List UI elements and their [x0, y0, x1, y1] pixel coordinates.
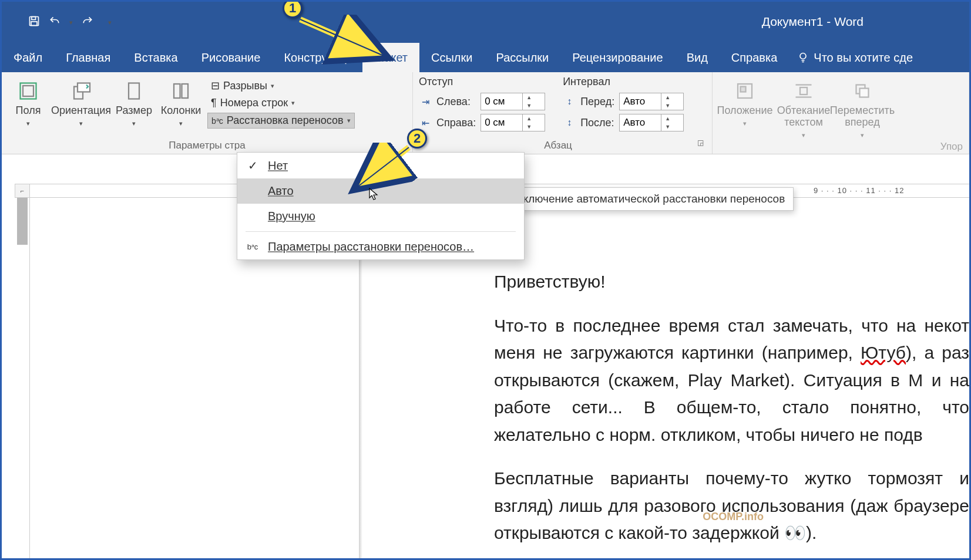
quick-access-toolbar: ▾ ▾ — [2, 15, 112, 30]
breaks-label: Разрывы — [223, 80, 267, 92]
tab-home[interactable]: Главная — [54, 43, 122, 72]
spacing-after-label: После: — [580, 117, 614, 129]
line-numbers-icon: ¶ — [211, 97, 217, 109]
indent-right-field[interactable] — [481, 117, 522, 129]
tab-mailings[interactable]: Рассылки — [484, 43, 560, 72]
indent-right-input[interactable]: ▲▼ — [481, 114, 545, 131]
bring-forward-button[interactable]: Переместить вперед▾ — [836, 76, 889, 140]
save-icon[interactable] — [28, 15, 40, 30]
tell-me-search[interactable]: Что вы хотите сде — [789, 43, 921, 72]
orientation-button[interactable]: Ориентация▾ — [55, 76, 107, 129]
wrap-text-button[interactable]: Обтекание текстом▾ — [777, 76, 830, 140]
svg-line-21 — [358, 147, 409, 187]
paragraph-launcher-icon[interactable]: ◲ — [697, 139, 706, 151]
document-paragraph[interactable]: Что-то в последнее время стал замечать, … — [494, 312, 969, 449]
hyphenation-button[interactable]: bᵃc Расстановка переносов ▾ — [207, 113, 355, 129]
tab-insert[interactable]: Вставка — [122, 43, 189, 72]
spacing-header: Интервал — [563, 76, 684, 90]
tab-references[interactable]: Ссылки — [419, 43, 484, 72]
orientation-label: Ориентация — [51, 104, 111, 116]
group-page-setup: Поля▾ Ориентация▾ Размер▾ Колонки▾ ⊟ Раз… — [2, 72, 413, 154]
line-numbers-label: Номера строк — [220, 97, 288, 109]
undo-dropdown-icon[interactable]: ▾ — [69, 19, 73, 26]
dropdown-separator — [246, 231, 516, 232]
spacing-before-label: Перед: — [580, 96, 614, 108]
indent-left-field[interactable] — [481, 96, 522, 107]
undo-icon[interactable] — [48, 15, 61, 30]
size-label: Размер — [116, 104, 152, 116]
indent-right-label: Справа: — [436, 117, 476, 129]
annotation-callout-2: 2 — [407, 129, 427, 149]
qat-customize-icon[interactable]: ▾ — [108, 19, 112, 26]
spin-up-icon[interactable]: ▲ — [523, 114, 535, 123]
dropdown-label: Параметры расстановки переносов… — [268, 240, 474, 254]
columns-button[interactable]: Колонки▾ — [160, 76, 201, 129]
ribbon: Поля▾ Ориентация▾ Размер▾ Колонки▾ ⊟ Раз… — [2, 72, 969, 154]
line-numbers-button[interactable]: ¶ Номера строк ▾ — [207, 96, 355, 110]
svg-rect-2 — [31, 21, 37, 25]
svg-line-19 — [300, 19, 384, 56]
indent-left-input[interactable]: ▲▼ — [481, 93, 545, 110]
spacing-after-input[interactable]: ▲▼ — [619, 114, 684, 131]
spell-error[interactable]: Ютуб — [861, 343, 906, 362]
spacing-before-input[interactable]: ▲▼ — [619, 93, 684, 110]
dropdown-item-options[interactable]: bᵃc Параметры расстановки переносов… — [237, 234, 524, 259]
bring-forward-label: Переместить вперед — [830, 104, 895, 128]
spin-up-icon[interactable]: ▲ — [661, 114, 674, 123]
document-paragraph[interactable]: Приветствую! — [494, 268, 969, 296]
spin-down-icon[interactable]: ▼ — [661, 102, 674, 110]
indent-left-label: Слева: — [436, 96, 476, 108]
margins-button[interactable]: Поля▾ — [8, 76, 49, 129]
breaks-button[interactable]: ⊟ Разрывы ▾ — [207, 78, 355, 93]
tab-review[interactable]: Рецензирование — [560, 43, 674, 72]
svg-rect-10 — [182, 84, 189, 98]
spacing-after-icon: ↕ — [563, 117, 576, 128]
indent-left-icon: ⇥ — [419, 96, 432, 107]
svg-rect-17 — [860, 89, 869, 97]
ribbon-tabs: Файл Главная Вставка Рисование Конструкт… — [2, 43, 969, 72]
bring-forward-icon — [851, 79, 874, 103]
group-arrange: Положение▾ Обтекание текстом▾ Переместит… — [713, 72, 969, 154]
ruler-corner: ⌐ — [15, 184, 30, 198]
columns-icon — [169, 79, 193, 103]
spin-down-icon[interactable]: ▼ — [661, 123, 674, 131]
wrap-text-icon — [792, 79, 815, 103]
document-title: Документ1 - Word — [762, 15, 864, 29]
tab-view[interactable]: Вид — [675, 43, 720, 72]
tab-file[interactable]: Файл — [2, 43, 54, 72]
group-paragraph: Отступ ⇥ Слева: ▲▼ ⇤ Справа: ▲▼ Интервал… — [413, 72, 713, 154]
margins-label: Поля — [16, 104, 41, 116]
hyphenation-label: Расстановка переносов — [227, 114, 344, 127]
dropdown-label: Авто — [268, 184, 294, 198]
columns-label: Колонки — [161, 104, 201, 116]
spin-down-icon[interactable]: ▼ — [523, 123, 535, 131]
paragraph-group-label: Абзац — [544, 139, 572, 151]
hyphenation-small-icon: bᵃc — [246, 242, 260, 251]
ruler-margin-area — [17, 198, 28, 245]
indent-header: Отступ — [419, 76, 545, 90]
orientation-icon — [69, 79, 93, 103]
spacing-after-field[interactable] — [620, 117, 661, 129]
spin-up-icon[interactable]: ▲ — [523, 93, 535, 102]
spacing-before-icon: ↕ — [563, 96, 576, 107]
wrap-text-label: Обтекание текстом — [777, 104, 831, 128]
spin-up-icon[interactable]: ▲ — [661, 93, 674, 102]
size-icon — [122, 79, 146, 103]
lightbulb-icon — [797, 52, 809, 63]
vertical-ruler[interactable] — [15, 198, 30, 558]
spacing-before-field[interactable] — [620, 96, 661, 107]
tell-me-placeholder: Что вы хотите сде — [814, 51, 913, 65]
dropdown-item-manual[interactable]: Вручную — [237, 204, 524, 229]
position-button[interactable]: Положение▾ — [718, 76, 771, 129]
size-button[interactable]: Размер▾ — [113, 76, 154, 129]
dropdown-label: Вручную — [268, 210, 315, 223]
svg-rect-8 — [129, 83, 139, 99]
indent-right-icon: ⇤ — [419, 117, 432, 129]
spin-down-icon[interactable]: ▼ — [523, 102, 535, 110]
document-paragraph[interactable]: Бесплатные варианты почему-то жутко торм… — [494, 465, 969, 547]
tab-help[interactable]: Справка — [720, 43, 789, 72]
annotation-arrow-2 — [347, 143, 418, 195]
tab-draw[interactable]: Рисование — [190, 43, 273, 72]
dropdown-label: Нет — [268, 159, 288, 173]
redo-icon[interactable] — [81, 15, 94, 30]
